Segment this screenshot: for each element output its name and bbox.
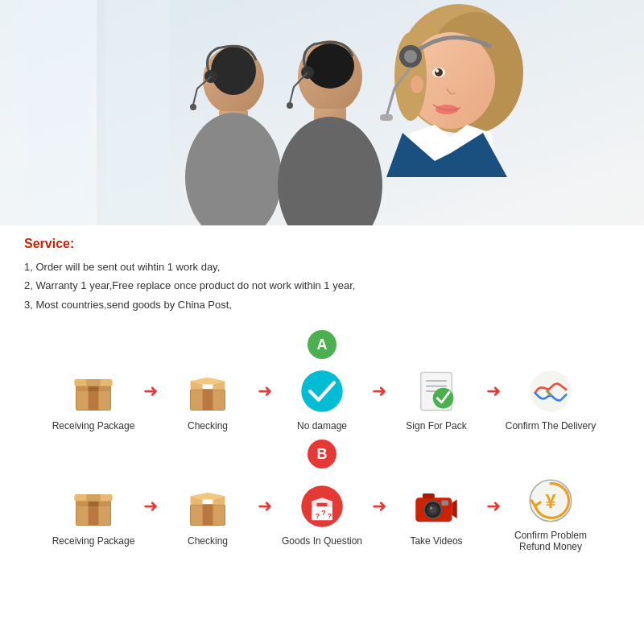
service-title: Service:	[24, 237, 620, 251]
svg-rect-61	[423, 493, 435, 498]
hero-section	[0, 0, 644, 225]
svg-rect-33	[86, 379, 100, 386]
svg-rect-62	[441, 501, 448, 506]
svg-rect-27	[0, 0, 97, 225]
badge-a: A	[308, 330, 336, 359]
flow-item-sign: Sign For Pack	[388, 367, 485, 431]
flow-label-checking-b: Checking	[188, 535, 228, 547]
flow-item-checking-a: Checking	[159, 367, 256, 431]
flow-label-checking-a: Checking	[188, 420, 228, 431]
svg-point-41	[433, 388, 454, 409]
svg-rect-25	[380, 114, 393, 121]
svg-point-22	[436, 105, 458, 114]
flow-row-a: Receiving Package ➜ Checking ➜	[24, 367, 620, 431]
content-section: Service: 1, Order will be sent out wihti…	[0, 225, 644, 572]
svg-point-26	[411, 76, 423, 93]
arrow-2a: ➜	[258, 381, 272, 402]
svg-point-14	[287, 102, 293, 109]
flow-label-question: Goods In Question	[282, 535, 362, 547]
flow-row-b: Receiving Package ➜ Checking ➜	[24, 477, 620, 552]
svg-text:?: ?	[327, 511, 332, 520]
arrow-4a: ➜	[486, 381, 501, 402]
svg-rect-48	[86, 494, 100, 502]
flow-item-question: ? ? ? Goods In Question	[274, 482, 370, 547]
svg-point-10	[306, 43, 354, 89]
package-icon-a	[69, 367, 118, 415]
svg-point-36	[301, 370, 342, 411]
check-circle-icon	[298, 367, 346, 415]
svg-point-21	[436, 69, 439, 72]
arrow-1a: ➜	[143, 381, 158, 402]
svg-point-20	[435, 68, 443, 76]
svg-text:?: ?	[321, 508, 326, 517]
arrow-3b: ➜	[372, 496, 386, 517]
open-box-icon-b	[184, 482, 232, 530]
flow-section-a: A Receiving Package ➜	[24, 330, 620, 431]
flow-label-refund: Confirm Problem Refund Money	[514, 530, 587, 552]
service-item-1: 1, Order will be sent out wihtin 1 work …	[24, 258, 620, 276]
flow-item-receiving-b: Receiving Package	[45, 482, 142, 547]
service-item-2: 2, Warranty 1 year,Free replace once pro…	[24, 276, 620, 295]
svg-rect-2	[105, 0, 169, 225]
package-icon-b	[69, 482, 118, 530]
svg-point-4	[211, 47, 256, 95]
flow-item-refund: ¥ Confirm Problem Refund Money	[502, 477, 599, 552]
flow-item-receiving-a: Receiving Package	[45, 367, 142, 431]
question-box-icon: ? ? ?	[298, 482, 346, 530]
service-list: 1, Order will be sent out wihtin 1 work …	[24, 258, 620, 314]
svg-text:?: ?	[315, 511, 320, 520]
arrow-4b: ➜	[486, 496, 501, 517]
svg-rect-50	[203, 505, 213, 526]
refund-icon: ¥	[526, 477, 575, 525]
camera-icon	[412, 482, 460, 530]
flow-label-sign: Sign For Pack	[406, 420, 466, 431]
flow-label-receiving-a: Receiving Package	[52, 420, 135, 431]
handshake-icon	[526, 367, 575, 415]
arrow-1b: ➜	[143, 496, 158, 517]
flow-item-checking-b: Checking	[159, 482, 256, 547]
flow-section-b: B Receiving Package ➜	[24, 440, 620, 552]
flow-item-videos: Take Videos	[388, 482, 485, 547]
flow-label-receiving-b: Receiving Package	[52, 535, 135, 547]
svg-point-24	[404, 50, 417, 63]
svg-text:¥: ¥	[545, 491, 555, 512]
svg-point-8	[190, 104, 196, 110]
service-item-3: 3, Most countries,send goods by China Po…	[24, 295, 620, 314]
badge-b: B	[308, 440, 336, 469]
sign-doc-icon	[412, 367, 460, 415]
flow-item-nodamage: No damage	[274, 367, 370, 431]
svg-rect-35	[203, 390, 213, 411]
flow-label-videos: Take Videos	[410, 535, 462, 547]
flow-label-confirm-delivery: Confirm The Delivery	[506, 420, 596, 431]
flow-item-confirm-delivery: Confirm The Delivery	[502, 367, 599, 431]
svg-point-60	[430, 507, 432, 510]
open-box-icon-a	[184, 367, 232, 415]
flow-label-nodamage: No damage	[297, 420, 347, 431]
arrow-2b: ➜	[258, 496, 272, 517]
arrow-3a: ➜	[372, 381, 386, 402]
